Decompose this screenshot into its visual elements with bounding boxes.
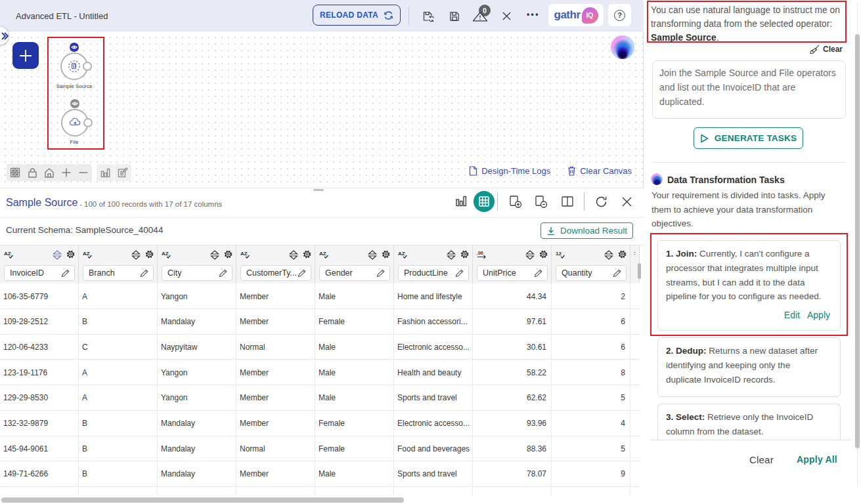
svg-text:AZ: AZ <box>240 251 248 257</box>
svg-text:12: 12 <box>556 251 562 257</box>
svg-text:AZ: AZ <box>398 251 405 257</box>
svg-text:AZ: AZ <box>83 251 90 257</box>
svg-text:.00: .00 <box>477 251 483 255</box>
svg-text:AZ: AZ <box>4 251 11 257</box>
svg-text:AZ: AZ <box>319 251 326 257</box>
svg-text:AZ: AZ <box>162 251 169 257</box>
